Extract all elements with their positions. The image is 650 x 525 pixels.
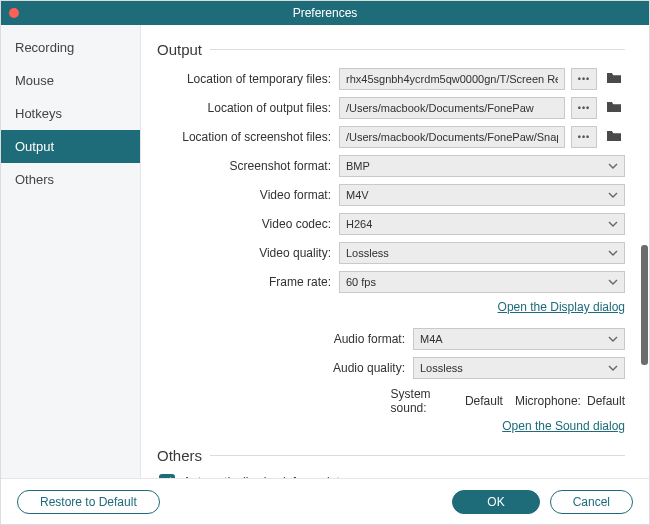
select-frame-rate[interactable]: 60 fps: [339, 271, 625, 293]
label-system-sound: System sound:: [391, 387, 459, 415]
chevron-down-icon: [608, 248, 618, 258]
open-folder-temp[interactable]: [603, 68, 625, 90]
row-output-files: Location of output files: •••: [157, 97, 625, 119]
input-screenshot-files[interactable]: [339, 126, 565, 148]
row-video-codec: Video codec: H264: [157, 213, 625, 235]
main-panel: Output Location of temporary files: ••• …: [141, 25, 649, 478]
folder-icon: [605, 129, 623, 146]
select-value: Lossless: [420, 362, 463, 374]
label-temp-files: Location of temporary files:: [157, 72, 333, 86]
section-header-others: Others: [157, 447, 625, 464]
more-button-output[interactable]: •••: [571, 97, 597, 119]
sidebar: Recording Mouse Hotkeys Output Others: [1, 25, 141, 478]
select-audio-quality[interactable]: Lossless: [413, 357, 625, 379]
select-value: BMP: [346, 160, 370, 172]
row-audio-devices: System sound: Default Microphone: Defaul…: [157, 387, 625, 415]
select-video-format[interactable]: M4V: [339, 184, 625, 206]
sidebar-item-hotkeys[interactable]: Hotkeys: [1, 97, 140, 130]
label-video-codec: Video codec:: [157, 217, 333, 231]
label-screenshot-format: Screenshot format:: [157, 159, 333, 173]
open-folder-output[interactable]: [603, 97, 625, 119]
titlebar: Preferences: [1, 1, 649, 25]
folder-icon: [605, 71, 623, 88]
row-temp-files: Location of temporary files: •••: [157, 68, 625, 90]
select-value: Lossless: [346, 247, 389, 259]
section-title: Output: [157, 41, 202, 58]
row-auto-update: Automatically check for updates: [159, 474, 625, 478]
chevron-down-icon: [608, 190, 618, 200]
chevron-down-icon: [608, 363, 618, 373]
window-title: Preferences: [1, 6, 649, 20]
open-display-dialog-link[interactable]: Open the Display dialog: [498, 300, 625, 314]
select-value: H264: [346, 218, 372, 230]
footer: Restore to Default OK Cancel: [1, 478, 649, 524]
more-button-screenshot[interactable]: •••: [571, 126, 597, 148]
select-video-codec[interactable]: H264: [339, 213, 625, 235]
folder-icon: [605, 100, 623, 117]
label-microphone: Microphone:: [515, 394, 581, 408]
input-output-files[interactable]: [339, 97, 565, 119]
chevron-down-icon: [608, 334, 618, 344]
label-output-files: Location of output files:: [157, 101, 333, 115]
chevron-down-icon: [608, 219, 618, 229]
row-video-format: Video format: M4V: [157, 184, 625, 206]
chevron-down-icon: [608, 161, 618, 171]
select-screenshot-format[interactable]: BMP: [339, 155, 625, 177]
microphone: Microphone: Default: [515, 394, 625, 408]
value-microphone: Default: [587, 394, 625, 408]
chevron-down-icon: [608, 277, 618, 287]
scrollbar-thumb[interactable]: [641, 245, 648, 365]
divider: [210, 49, 625, 50]
cancel-button[interactable]: Cancel: [550, 490, 633, 514]
row-audio-quality: Audio quality: Lossless: [157, 357, 625, 379]
label-video-format: Video format:: [157, 188, 333, 202]
select-video-quality[interactable]: Lossless: [339, 242, 625, 264]
section-header-output: Output: [157, 41, 625, 58]
label-auto-update: Automatically check for updates: [183, 475, 352, 478]
select-audio-format[interactable]: M4A: [413, 328, 625, 350]
label-screenshot-files: Location of screenshot files:: [157, 130, 333, 144]
label-video-quality: Video quality:: [157, 246, 333, 260]
main-scroll: Output Location of temporary files: ••• …: [141, 25, 641, 478]
checkbox-auto-update[interactable]: [159, 474, 175, 478]
open-sound-dialog-link[interactable]: Open the Sound dialog: [502, 419, 625, 433]
close-window-button[interactable]: [9, 8, 19, 18]
ok-button[interactable]: OK: [452, 490, 539, 514]
body: Recording Mouse Hotkeys Output Others Ou…: [1, 25, 649, 478]
sidebar-item-output[interactable]: Output: [1, 130, 140, 163]
link-row-display: Open the Display dialog: [157, 300, 625, 314]
row-screenshot-files: Location of screenshot files: •••: [157, 126, 625, 148]
check-icon: [162, 475, 173, 478]
label-audio-quality: Audio quality:: [157, 361, 407, 375]
row-frame-rate: Frame rate: 60 fps: [157, 271, 625, 293]
more-button-temp[interactable]: •••: [571, 68, 597, 90]
select-value: M4V: [346, 189, 369, 201]
section-title: Others: [157, 447, 202, 464]
label-frame-rate: Frame rate:: [157, 275, 333, 289]
link-row-sound: Open the Sound dialog: [157, 419, 625, 433]
sidebar-item-others[interactable]: Others: [1, 163, 140, 196]
select-value: 60 fps: [346, 276, 376, 288]
restore-default-button[interactable]: Restore to Default: [17, 490, 160, 514]
row-audio-format: Audio format: M4A: [157, 328, 625, 350]
open-folder-screenshot[interactable]: [603, 126, 625, 148]
value-system-sound: Default: [465, 394, 503, 408]
select-value: M4A: [420, 333, 443, 345]
system-sound: System sound: Default: [391, 387, 503, 415]
row-screenshot-format: Screenshot format: BMP: [157, 155, 625, 177]
input-temp-files[interactable]: [339, 68, 565, 90]
divider: [210, 455, 625, 456]
sidebar-item-mouse[interactable]: Mouse: [1, 64, 140, 97]
label-audio-format: Audio format:: [157, 332, 407, 346]
sidebar-item-recording[interactable]: Recording: [1, 31, 140, 64]
row-video-quality: Video quality: Lossless: [157, 242, 625, 264]
